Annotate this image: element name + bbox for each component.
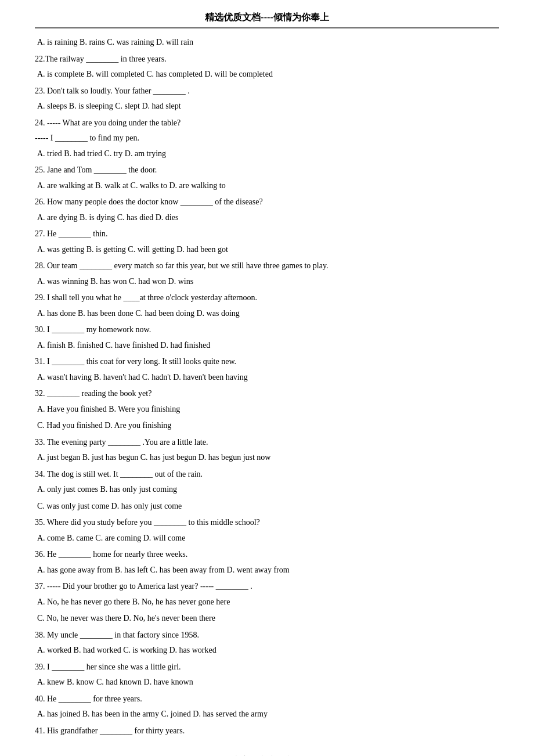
question-item: 40. He ________ for three years. [35,692,499,707]
question-item: 37. ----- Did your brother go to America… [35,579,499,594]
question-item: 22.The railway ________ in three years. [35,52,499,67]
question-item: 36. He ________ home for nearly three we… [35,548,499,562]
answer-item: A. has done B. has been done C. had been… [35,307,499,321]
question-item: 26. How many people does the doctor know… [35,195,499,210]
answer-item: A. only just comes B. has only just comi… [35,483,499,497]
answer-item: A. knew B. know C. had known D. have kno… [35,675,499,690]
answer-item: A. are dying B. is dying C. has died D. … [35,211,499,225]
question-item: 30. I ________ my homework now. [35,323,499,337]
answer-item: A. No, he has never go there B. No, he h… [35,595,499,610]
question-item: 33. The evening party ________ .You are … [35,435,499,450]
question-item: 28. Our team ________ every match so far… [35,259,499,273]
header-title: 精选优质文档----倾情为你奉上 [205,12,329,22]
answer-item: A. worked B. had worked C. is working D.… [35,643,499,658]
answer-item: A. was getting B. is getting C. will get… [35,243,499,257]
question-item: 38. My uncle ________ in that factory si… [35,628,499,643]
answer-item: A. finish B. finished C. have finished D… [35,339,499,353]
question-item: 34. The dog is still wet. It ________ ou… [35,467,499,482]
answer-item: A. just began B. just has begun C. has j… [35,451,499,465]
answer-item: A. is raining B. rains C. was raining D.… [35,35,499,50]
question-item: ----- I ________ to find my pen. [35,131,499,146]
answer-item: C. No, he never was there D. No, he's ne… [35,611,499,626]
question-item: 29. I shall tell you what he ____at thre… [35,291,499,305]
content-area: A. is raining B. rains C. was raining D.… [35,35,499,738]
answer-item: A. Have you finished B. Were you finishi… [35,402,499,417]
page-header: 精选优质文档----倾情为你奉上 [35,12,499,28]
question-item: 23. Don't talk so loudly. Your father __… [35,84,499,99]
question-item: 41. His grandfather ________ for thirty … [35,724,499,739]
question-item: 25. Jane and Tom ________ the door. [35,163,499,178]
answer-item: A. has gone away from B. has left C. has… [35,563,499,578]
answer-item: A. is complete B. will completed C. has … [35,67,499,82]
answer-item: A. wasn't having B. haven't had C. hadn'… [35,370,499,385]
answer-item: C. was only just come D. has only just c… [35,499,499,514]
answer-item: A. has joined B. has been in the army C.… [35,707,499,722]
question-item: 27. He ________ thin. [35,227,499,242]
question-item: 32. ________ reading the book yet? [35,387,499,401]
answer-item: A. was winning B. has won C. had won D. … [35,275,499,289]
question-item: 39. I ________ her since she was a littl… [35,660,499,675]
answer-item: C. Had you finished D. Are you finishing [35,419,499,433]
question-item: 35. Where did you study before you _____… [35,516,499,530]
question-item: 31. I ________ this coat for very long. … [35,355,499,369]
answer-item: A. sleeps B. is sleeping C. slept D. had… [35,99,499,114]
answer-item: A. tried B. had tried C. try D. am tryin… [35,147,499,161]
answer-item: A. are walking at B. walk at C. walks to… [35,179,499,193]
answer-item: A. come B. came C. are coming D. will co… [35,531,499,546]
question-item: 24. ----- What are you doing under the t… [35,116,499,131]
